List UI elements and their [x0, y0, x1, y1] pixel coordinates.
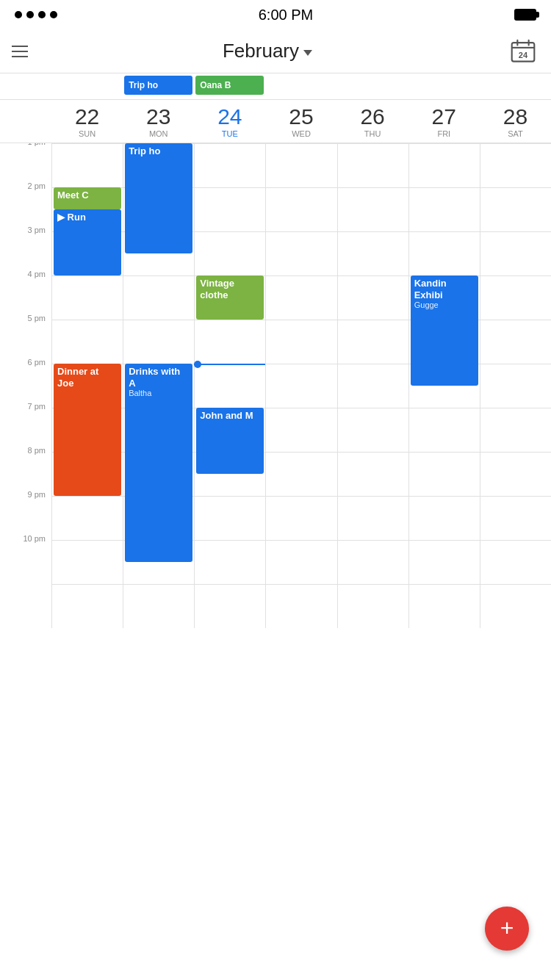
multiday-col-thu [337, 76, 408, 97]
time-label-8: 9 pm [0, 496, 51, 540]
status-bar: 6:00 PM [0, 0, 551, 29]
chevron-down-icon [303, 50, 312, 56]
event-trip-title: Trip ho [129, 80, 158, 90]
event-subtitle: Gugge [414, 300, 475, 310]
day-number: 28 [480, 106, 551, 128]
day-number: 24 [194, 106, 265, 128]
day-column-tue: Vintage clotheJohn and M [194, 143, 265, 628]
menu-button[interactable] [12, 46, 28, 57]
day-label: Fri [408, 129, 480, 138]
time-label-5: 6 pm [0, 364, 51, 408]
event-title: Meet C [57, 190, 118, 201]
multiday-col-sat [480, 76, 551, 97]
multiday-col-mon: Trip ho [123, 76, 194, 97]
day-label: Tue [194, 129, 265, 138]
day-label: Mon [123, 129, 194, 138]
add-event-button[interactable]: + [485, 907, 529, 951]
event-dinner[interactable]: Dinner at Joe [54, 364, 121, 496]
plus-icon: + [500, 916, 514, 940]
time-label-0: 1 pm [0, 143, 51, 187]
hamburger-line3 [12, 56, 28, 57]
multiday-cols: Trip ho Oana B [51, 73, 551, 99]
event-trip[interactable]: Trip ho [124, 76, 192, 95]
time-label-1: 2 pm [0, 187, 51, 231]
event-title: Kandin Exhibi [414, 278, 475, 300]
event-kandinsky[interactable]: Kandin ExhibiGugge [411, 275, 478, 386]
dot4 [50, 11, 57, 18]
time-label-3: 4 pm [0, 275, 51, 320]
multiday-events-row: Trip ho Oana B [0, 73, 551, 100]
day-header-tue[interactable]: 24Tue [194, 100, 265, 143]
day-header-mon[interactable]: 23Mon [123, 100, 194, 143]
day-columns: Meet C▶ RunDinner at JoeTrip hoDrinks wi… [51, 143, 551, 628]
day-column-mon: Trip hoDrinks with ABaltha [123, 143, 194, 628]
event-oana[interactable]: Oana B [195, 76, 264, 95]
event-john[interactable]: John and M [196, 408, 264, 474]
day-column-wed [265, 143, 336, 628]
month-selector[interactable]: February [223, 40, 312, 62]
day-column-fri: Kandin ExhibiGugge [408, 143, 480, 628]
event-title: Drinks with A [129, 366, 189, 389]
time-label-9: 10 pm [0, 540, 51, 584]
day-header-sat[interactable]: 28Sat [480, 100, 551, 143]
month-title: February [223, 40, 299, 62]
hamburger-line2 [12, 51, 28, 52]
dot2 [26, 11, 34, 18]
event-run[interactable]: ▶ Run [54, 209, 121, 275]
day-number: 25 [265, 106, 336, 128]
day-column-sun: Meet C▶ RunDinner at Joe [51, 143, 123, 628]
event-title: ▶ Run [57, 212, 118, 223]
event-title: Dinner at Joe [57, 366, 118, 389]
day-label: Sat [480, 129, 551, 138]
multiday-col-sun [51, 76, 123, 97]
day-number: 22 [51, 106, 123, 128]
grid-area: Meet C▶ RunDinner at JoeTrip hoDrinks wi… [51, 143, 551, 628]
hamburger-line1 [12, 46, 28, 47]
day-headers: 22Sun23Mon24Tue25Wed26Thu27Fri28Sat [0, 100, 551, 143]
event-subtitle: Baltha [129, 389, 189, 398]
time-label-7: 8 pm [0, 452, 51, 496]
day-number: 23 [123, 106, 194, 128]
day-label: Thu [337, 129, 408, 138]
today-button[interactable]: 24 [507, 35, 539, 68]
svg-text:24: 24 [519, 50, 528, 59]
battery-icon [514, 9, 536, 21]
multiday-col-wed [265, 76, 336, 97]
signal-dots [15, 11, 57, 18]
dot3 [38, 11, 46, 18]
header: February 24 [0, 29, 551, 73]
dot1 [15, 11, 22, 18]
day-number: 27 [408, 106, 480, 128]
time-label-4: 5 pm [0, 320, 51, 364]
time-label-2: 3 pm [0, 231, 51, 275]
status-time: 6:00 PM [259, 7, 313, 24]
event-meet[interactable]: Meet C [54, 187, 121, 209]
calendar-body[interactable]: 1 pm2 pm3 pm4 pm5 pm6 pm7 pm8 pm9 pm10 p… [0, 143, 551, 980]
multiday-gutter [0, 73, 51, 99]
day-header-thu[interactable]: 26Thu [337, 100, 408, 143]
time-column: 1 pm2 pm3 pm4 pm5 pm6 pm7 pm8 pm9 pm10 p… [0, 143, 51, 980]
event-trip-block[interactable]: Trip ho [125, 143, 192, 253]
time-label-6: 7 pm [0, 408, 51, 452]
event-drinks[interactable]: Drinks with ABaltha [125, 364, 192, 562]
event-title: Vintage clothe [200, 278, 260, 300]
event-vintage[interactable]: Vintage clothe [196, 275, 264, 320]
day-label: Wed [265, 129, 336, 138]
day-label: Sun [51, 129, 123, 138]
multiday-col-fri [408, 76, 480, 97]
day-column-thu [337, 143, 408, 628]
event-title: Trip ho [129, 145, 189, 157]
event-oana-title: Oana B [200, 80, 231, 90]
day-column-sat [480, 143, 551, 628]
day-header-fri[interactable]: 27Fri [408, 100, 480, 143]
event-title: John and M [200, 410, 260, 422]
multiday-col-tue: Oana B [194, 76, 265, 97]
day-number: 26 [337, 106, 408, 128]
day-header-wed[interactable]: 25Wed [265, 100, 336, 143]
day-header-sun[interactable]: 22Sun [51, 100, 123, 143]
